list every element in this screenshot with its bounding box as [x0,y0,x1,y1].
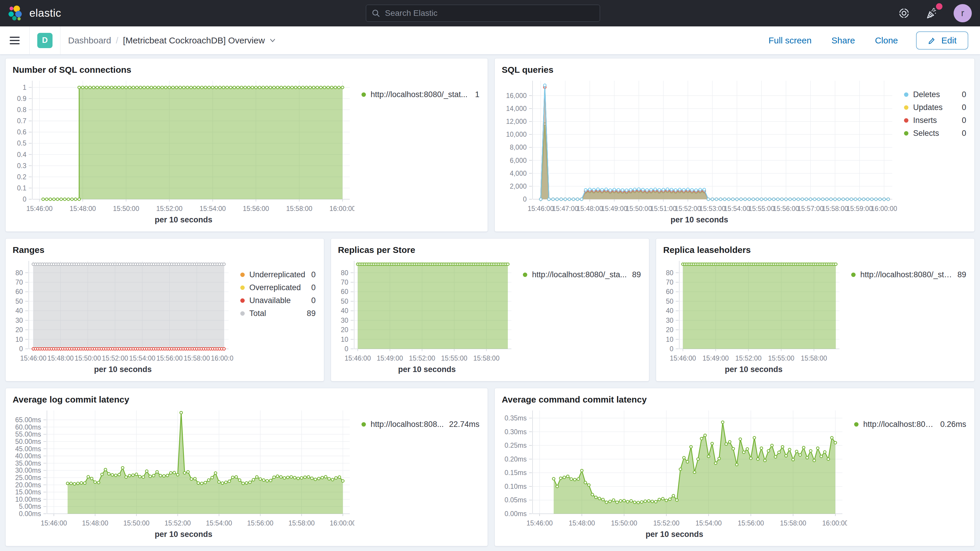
svg-text:0.1: 0.1 [17,184,26,192]
search-input[interactable] [384,8,595,18]
legend-swatch [240,311,245,316]
svg-text:0.6: 0.6 [17,128,26,136]
svg-text:15:58:00: 15:58:00 [801,354,827,362]
svg-text:0.10ms: 0.10ms [505,483,527,490]
panel-title: Replicas per Store [338,244,642,256]
svg-text:0.8: 0.8 [17,106,26,113]
svg-text:40: 40 [666,307,674,315]
elastic-logo[interactable]: elastic [8,5,61,21]
svg-text:0.9: 0.9 [17,95,26,102]
svg-text:20: 20 [666,326,674,334]
svg-text:20: 20 [340,326,348,334]
help-button[interactable] [898,7,910,19]
header-actions: r [898,0,972,26]
svg-text:80: 80 [340,269,348,277]
newsfeed-button[interactable] [926,7,938,20]
dashboard-title-menu[interactable]: [Metricbeat CockroachDB] Overview [123,35,276,46]
legend-item[interactable]: Selects0 [904,128,966,138]
legend-swatch [904,105,908,110]
svg-text:16,000: 16,000 [506,92,527,99]
chart-avg-log-commit-latency[interactable]: 15:46:0015:48:0015:50:0015:52:0015:54:00… [13,406,355,529]
svg-text:20: 20 [15,326,23,334]
legend-item[interactable]: http://localhost:8080...0.26ms [854,419,966,429]
svg-text:0.25ms: 0.25ms [505,441,527,449]
space-initial: D [42,36,48,45]
svg-text:30: 30 [340,317,348,324]
legend-item[interactable]: Updates0 [904,102,966,112]
x-axis-title: per 10 seconds [13,529,355,540]
chart-sql-queries[interactable]: 15:46:0015:47:0015:48:0015:49:0015:50:00… [502,76,897,214]
x-axis-title: per 10 seconds [13,363,233,375]
svg-text:15:46:00: 15:46:00 [527,519,553,527]
svg-text:15:56:00: 15:56:00 [156,354,183,362]
user-avatar[interactable]: r [954,4,972,22]
svg-text:15:46:00: 15:46:00 [670,354,696,362]
svg-text:0.20ms: 0.20ms [505,455,527,463]
svg-text:20.00ms: 20.00ms [15,481,41,489]
svg-text:15:54:00: 15:54:00 [199,205,226,212]
svg-text:0.2: 0.2 [17,173,26,181]
full-screen-link[interactable]: Full screen [767,35,813,46]
chart-avg-command-commit-latency[interactable]: 15:46:0015:48:0015:50:0015:52:0015:54:00… [502,406,847,529]
legend-label: http://localhost:808... [371,420,445,429]
chart-ranges[interactable]: 15:46:0015:48:0015:50:0015:52:0015:54:00… [13,256,233,363]
legend-item[interactable]: http://localhost:8080/_sta...89 [523,270,641,280]
chart-legend: http://localhost:808...22.74ms [355,406,480,540]
breadcrumb-dashboard[interactable]: Dashboard [68,35,111,46]
legend-item[interactable]: Deletes0 [904,89,966,99]
svg-text:70: 70 [666,279,674,286]
chart-replica-leaseholders[interactable]: 15:46:0015:49:0015:52:0015:55:0015:58:00… [663,256,844,363]
menu-button[interactable] [0,26,29,54]
legend-label: Unavailable [250,296,307,305]
legend-label: http://localhost:8080/_sta... [860,270,953,279]
svg-text:15:56:00: 15:56:00 [773,205,799,212]
svg-text:5.00ms: 5.00ms [19,503,41,510]
share-link[interactable]: Share [830,35,857,46]
panel-replicas-per-store: Replicas per Store 15:46:0015:49:0015:52… [331,238,650,381]
svg-text:15:52:00: 15:52:00 [653,519,679,527]
chart-replicas-per-store[interactable]: 15:46:0015:49:0015:52:0015:55:0015:58:00… [338,256,516,363]
svg-text:0: 0 [22,196,26,203]
legend-swatch [904,92,908,97]
x-axis-title: per 10 seconds [663,363,844,375]
svg-text:0: 0 [19,345,23,353]
space-avatar[interactable]: D [37,33,52,48]
svg-text:15:58:00: 15:58:00 [822,205,848,212]
legend-item[interactable]: Total89 [240,308,316,318]
svg-text:15:46:00: 15:46:00 [528,205,554,212]
legend-item[interactable]: Inserts0 [904,115,966,125]
legend-item[interactable]: Unavailable0 [240,295,316,306]
legend-item[interactable]: Overreplicated0 [240,283,316,293]
svg-text:15:52:00: 15:52:00 [735,354,762,362]
clone-link[interactable]: Clone [873,35,900,46]
help-icon [898,7,910,19]
svg-text:15:48:00: 15:48:00 [577,205,603,212]
legend-item[interactable]: http://localhost:8080/_stat...1 [361,89,479,99]
toolbar-actions: Full screen Share Clone Edit [767,32,968,49]
chart-sql-connections[interactable]: 15:46:0015:48:0015:50:0015:52:0015:54:00… [13,76,355,214]
svg-text:15:58:00: 15:58:00 [473,354,500,362]
panel-title: Number of SQL connections [13,64,480,75]
panel-avg-log-commit-latency: Average log commit latency 15:46:0015:48… [5,388,488,546]
party-popper-icon [926,7,938,20]
divider [29,26,30,54]
legend-value: 0 [962,103,966,112]
svg-text:0.3: 0.3 [17,162,26,170]
svg-text:15:58:00: 15:58:00 [288,519,315,527]
breadcrumb: Dashboard / [Metricbeat CockroachDB] Ove… [68,35,276,46]
legend-item[interactable]: Underreplicated0 [240,270,316,280]
panel-title: Ranges [13,244,317,256]
legend-value: 89 [958,270,966,279]
legend-item[interactable]: http://localhost:8080/_sta...89 [851,270,966,280]
legend-item[interactable]: http://localhost:808...22.74ms [361,419,479,429]
legend-value: 0 [962,90,966,99]
legend-value: 22.74ms [449,420,479,429]
svg-text:15:58:00: 15:58:00 [286,205,312,212]
brand-text: elastic [29,7,61,19]
svg-text:50: 50 [15,298,23,305]
svg-text:60.00ms: 60.00ms [15,424,41,431]
elastic-logo-icon [8,5,24,21]
edit-button[interactable]: Edit [916,32,968,49]
svg-text:50: 50 [340,298,348,305]
svg-text:15:55:00: 15:55:00 [441,354,468,362]
